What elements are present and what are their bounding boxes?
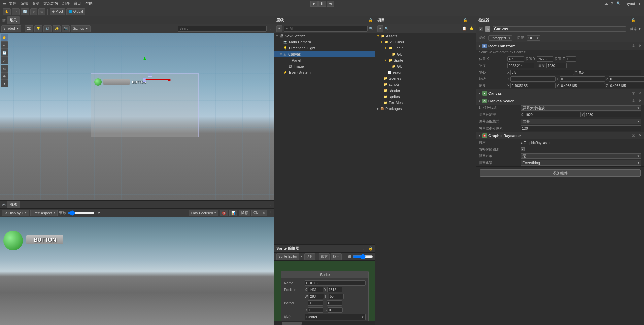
tool-hand[interactable]: ✋ xyxy=(1,34,8,41)
asset-item-gui2[interactable]: ▶ 📁 GUI xyxy=(375,63,476,69)
object-name-input[interactable] xyxy=(493,26,626,32)
pause-button[interactable]: ⏸ xyxy=(318,1,326,7)
ui-scale-dropdown[interactable]: 屏幕大小缩放 ▼ xyxy=(521,105,641,111)
asset-item-2dcasual[interactable]: ▼ 📁 2D Casu... xyxy=(375,39,476,45)
tool-extra[interactable]: ✦ xyxy=(1,80,8,87)
collab-icon[interactable]: ⟳ xyxy=(611,1,614,6)
assets-menu-icon[interactable]: ⋮ xyxy=(470,18,474,22)
menu-file[interactable]: 文件 xyxy=(8,0,18,7)
ref-res-y-input[interactable] xyxy=(584,112,641,117)
asset-item-shader[interactable]: ▶ 📁 shader xyxy=(375,87,476,94)
sprite-zoom-slider[interactable] xyxy=(353,255,373,259)
gizmos-game-btn[interactable]: Gizmos xyxy=(251,210,267,216)
posy-input[interactable] xyxy=(327,287,342,292)
tag-dropdown[interactable]: Untagged ▼ xyxy=(488,35,512,41)
hierarchy-item-eventsystem[interactable]: ▶ ⚡ EventSystem xyxy=(274,69,375,75)
pos-y-input[interactable] xyxy=(537,56,553,62)
ignore-reversed-checkbox[interactable]: ✓ xyxy=(521,147,525,151)
gizmos-btn[interactable]: Gizmos ▼ xyxy=(71,25,91,32)
rot-z-input[interactable] xyxy=(609,76,644,82)
hierarchy-menu-icon[interactable]: ⋮ xyxy=(362,18,366,22)
scaler-info-btn[interactable]: ⓘ xyxy=(631,99,636,104)
hierarchy-item-panel[interactable]: ▶ ▫ Panel xyxy=(274,57,375,63)
scaler-settings-btn[interactable]: ⚙ xyxy=(637,99,642,104)
hierarchy-item-canvas[interactable]: ▼ 🖼 Canvas xyxy=(274,51,375,57)
menu-help[interactable]: 帮助 xyxy=(84,0,94,7)
height-input[interactable] xyxy=(546,63,567,68)
hierarchy-add-btn[interactable]: + xyxy=(276,25,282,32)
sprite-editor-scrollbar[interactable] xyxy=(274,321,375,325)
hierarchy-item-new-scene[interactable]: ▼ 🎬 New Scene* ⋮ xyxy=(274,33,375,39)
scene-panel-menu-icon[interactable]: ⋮ xyxy=(268,18,272,22)
hierarchy-item-dir-light[interactable]: ▶ 💡 Directional Light xyxy=(274,45,375,51)
menu-edit[interactable]: 编辑 xyxy=(19,0,29,7)
rect-settings-btn[interactable]: ⚙ xyxy=(637,44,642,49)
global-toggle[interactable]: 🌐 Global xyxy=(66,8,85,15)
posh-input[interactable] xyxy=(329,294,344,299)
hierarchy-item-main-camera[interactable]: ▶ 📷 Main Camera xyxy=(274,39,375,45)
posx-input[interactable] xyxy=(308,287,323,292)
search-topbar-icon[interactable]: 🔍 xyxy=(616,1,621,6)
blocking-obj-dropdown[interactable]: 无 ▼ xyxy=(521,153,641,159)
audio-toggle[interactable]: 🔊 xyxy=(43,25,52,32)
canvas-settings-btn[interactable]: ⚙ xyxy=(637,91,642,96)
pos-x-input[interactable] xyxy=(507,56,524,62)
tool-move[interactable]: ↔ xyxy=(12,8,20,15)
raycaster-settings-btn[interactable]: ⚙ xyxy=(637,133,642,138)
sprite-cut-btn[interactable]: 切片 xyxy=(304,253,315,260)
assets-lock-icon[interactable]: 🔒 xyxy=(463,18,468,22)
assets-star-icon[interactable]: ⭐ xyxy=(469,26,474,31)
canvas-info-btn[interactable]: ⓘ xyxy=(631,91,636,96)
hierarchy-lock-icon[interactable]: 🔒 xyxy=(368,18,373,22)
sprite-editor-menu-icon[interactable]: ⋮ xyxy=(362,246,366,251)
scene-search[interactable] xyxy=(178,26,267,32)
asset-item-readme[interactable]: ▶ 📄 readm... xyxy=(375,69,476,75)
game-panel-menu-icon[interactable]: ⋮ xyxy=(268,202,272,207)
sprite-trim-btn[interactable]: 裁剪 xyxy=(319,253,330,260)
assets-view-icon[interactable]: 📋 xyxy=(462,26,467,31)
borderb-input[interactable] xyxy=(328,307,343,313)
free-aspect-btn[interactable]: Free Aspect ▼ xyxy=(30,210,58,216)
sprite-editor-lock-icon[interactable]: 🔒 xyxy=(368,246,373,251)
asset-item-textmes[interactable]: ▶ 📁 TextMes... xyxy=(375,100,476,106)
fx-toggle[interactable]: ✨ xyxy=(53,25,61,32)
rot-y-input[interactable] xyxy=(560,76,605,82)
layer-dropdown[interactable]: UI ▼ xyxy=(527,35,540,41)
anchor-x-input[interactable] xyxy=(510,70,574,75)
lighting-toggle[interactable]: 💡 xyxy=(34,25,42,32)
asset-item-sprites[interactable]: ▶ 📁 sprites xyxy=(375,94,476,100)
tool-scale2[interactable]: ⤢ xyxy=(1,57,8,64)
scale-y-input[interactable] xyxy=(560,83,605,88)
assets-add-btn[interactable]: + xyxy=(377,25,383,32)
menu-component[interactable]: 组件 xyxy=(61,0,71,7)
scene-menu-btn[interactable]: ⋮ xyxy=(371,34,374,38)
posw-input[interactable] xyxy=(309,294,324,299)
borderl-input[interactable] xyxy=(308,300,323,306)
anchor-y-input[interactable] xyxy=(578,70,641,75)
pivot-toggle[interactable]: ⊕ Pivot xyxy=(50,8,65,15)
asset-item-scenes[interactable]: ▶ 📁 Scenes xyxy=(375,75,476,81)
object-active-checkbox[interactable]: ✓ xyxy=(479,27,483,31)
display-dropdown[interactable]: 🖥 Display 1 ▼ xyxy=(2,210,29,216)
tool-rotate[interactable]: 🔄 xyxy=(21,8,29,15)
inspector-lock-icon[interactable]: 🔒 xyxy=(631,18,636,22)
scene-menu-icon[interactable]: ⋮ xyxy=(269,26,273,31)
mute-audio-btn[interactable]: 🔇 xyxy=(220,210,228,216)
tool-rect[interactable]: ▭ xyxy=(38,8,45,15)
layout-dropdown-arrow[interactable]: ▼ xyxy=(638,2,641,6)
pos-z-input[interactable] xyxy=(566,56,576,62)
asset-item-gui1[interactable]: ▶ 📁 GUI xyxy=(375,51,476,57)
scale-x-input[interactable] xyxy=(510,83,556,88)
raycaster-info-btn[interactable]: ⓘ xyxy=(631,133,636,138)
tool-scale[interactable]: ⤢ xyxy=(30,8,37,15)
step-button[interactable]: ⏭ xyxy=(327,1,334,7)
menu-window[interactable]: 窗口 xyxy=(72,0,82,7)
rect-info-btn[interactable]: ⓘ xyxy=(631,44,636,49)
pixels-unit-input[interactable] xyxy=(521,125,641,131)
sprite-name-input[interactable] xyxy=(305,280,366,286)
game-tab[interactable]: 游戏 xyxy=(7,201,20,208)
tool-move2[interactable]: ↔ xyxy=(1,41,8,49)
canvas-scaler-header[interactable]: ▼ ⚖ Canvas Scaler ⓘ ⚙ xyxy=(476,97,644,105)
canvas-comp-header[interactable]: ▼ ■ Canvas ⓘ ⚙ xyxy=(476,89,644,97)
scale-z-input[interactable] xyxy=(609,83,644,88)
